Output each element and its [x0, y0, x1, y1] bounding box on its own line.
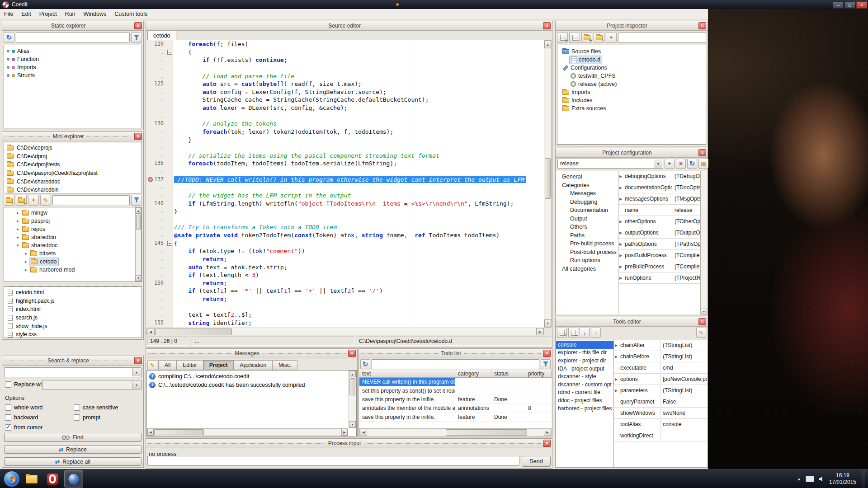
- show-desktop-button[interactable]: [861, 469, 865, 488]
- edit-messages-button[interactable]: ✎: [147, 360, 157, 370]
- symbol-list[interactable]: AliasFunctionImportsStructs: [4, 45, 142, 128]
- property-row[interactable]: showWindowsswoNone: [614, 408, 707, 419]
- todo-row[interactable]: set this property as const() to set it r…: [359, 386, 552, 395]
- tool-property-grid[interactable]: ▶chainAfter(TStringList)▶chainBefore(TSt…: [614, 340, 707, 467]
- code-line[interactable]: . if (text[1] == '*' || text[1] == '+' |…: [146, 287, 544, 295]
- tools-list[interactable]: consoleexplorer - this file direxplorer …: [556, 340, 614, 467]
- taskbar-coedit-button[interactable]: [64, 470, 83, 488]
- property-value[interactable]: cmd: [660, 365, 707, 371]
- file-item[interactable]: cetodo.html: [4, 288, 142, 297]
- tool-item[interactable]: IDA - project output: [556, 365, 613, 373]
- property-row[interactable]: queryParametFalse: [614, 396, 707, 408]
- scrollbar-thumb[interactable]: [446, 429, 527, 436]
- code-line[interactable]: . return;: [146, 295, 544, 303]
- favorite-folder-item[interactable]: C:\Dev\dproj\tests: [4, 160, 142, 169]
- folder-tree-item[interactable]: ▸bitsets: [4, 249, 135, 258]
- expander-icon[interactable]: ▸: [23, 259, 29, 264]
- code-line[interactable]: 145{: [146, 239, 544, 248]
- property-value[interactable]: (TOutputOpts): [672, 230, 701, 236]
- messages-horizontal-scrollbar[interactable]: ◀ ▶: [147, 428, 348, 436]
- favorite-folder-item[interactable]: C:\Dev\shareddoc: [4, 177, 142, 186]
- run-tool-button[interactable]: ✎: [696, 328, 706, 338]
- close-icon[interactable]: ✕: [543, 350, 551, 357]
- property-value[interactable]: False: [660, 399, 707, 405]
- process-input-field[interactable]: [147, 456, 519, 466]
- scroll-down-button[interactable]: ▼: [544, 319, 551, 327]
- code-line[interactable]: .}: [146, 207, 544, 216]
- property-row[interactable]: ▶parameters(TStringList): [614, 385, 707, 396]
- config-category[interactable]: Output: [556, 215, 618, 223]
- scroll-up-button[interactable]: ▲: [544, 41, 551, 48]
- config-category[interactable]: Others: [556, 223, 618, 231]
- scroll-left-button[interactable]: ◀: [147, 429, 154, 436]
- chevron-down-icon[interactable]: ▼: [132, 381, 141, 389]
- todo-rows[interactable]: NEVER call writeln() in this program oth…: [359, 378, 552, 428]
- file-item[interactable]: highlight.pack.js: [4, 297, 142, 305]
- property-row[interactable]: ▶runOptions(TProjectRunO: [618, 272, 701, 284]
- code-line[interactable]: .: [146, 144, 544, 152]
- delete-configuration-button[interactable]: ✕: [676, 159, 686, 169]
- add-tool-button[interactable]: +: [557, 328, 567, 338]
- code-line[interactable]: . // serialize the items using the pasca…: [146, 152, 544, 160]
- code-line[interactable]: . // the widget has the LFM script in th…: [146, 192, 544, 200]
- editor-vertical-scrollbar[interactable]: ▲ ▼: [544, 40, 552, 328]
- menu-item-file[interactable]: File: [0, 9, 17, 19]
- code-line[interactable]: . if (!f.exists) continue;: [146, 56, 544, 64]
- code-line[interactable]: .: [146, 168, 544, 176]
- close-button[interactable]: ✕: [856, 1, 867, 9]
- messages-list[interactable]: icompiling C:\...\cetodo\cetodo.coeditiC…: [146, 370, 357, 436]
- static-explorer-item[interactable]: Imports: [4, 63, 142, 71]
- config-category[interactable]: Messages: [556, 189, 618, 198]
- refresh-button[interactable]: ↻: [360, 359, 370, 369]
- filter-button[interactable]: [131, 195, 142, 206]
- property-row[interactable]: ▶chainBefore(TStringList): [614, 351, 707, 362]
- scroll-up-button[interactable]: ▲: [136, 208, 141, 214]
- taskbar-explorer-button[interactable]: [23, 471, 41, 487]
- scroll-down-button[interactable]: ▼: [701, 309, 707, 314]
- code-line[interactable]: .: [146, 64, 544, 72]
- search-term-combo[interactable]: ▼: [4, 367, 142, 377]
- option-backward[interactable]: backward: [5, 413, 74, 422]
- inspector-filter-input[interactable]: [618, 33, 706, 42]
- property-value[interactable]: (TOtherOpts): [672, 218, 701, 225]
- messages-tab-application[interactable]: Application: [233, 360, 273, 370]
- scroll-left-button[interactable]: ◀: [360, 429, 367, 436]
- fold-icon[interactable]: [167, 50, 172, 55]
- code-line[interactable]: 137 //TODO: NEVER call writeln() in this…: [146, 176, 544, 184]
- folder-tree-item[interactable]: ▸pasproj: [4, 217, 135, 225]
- folder-tree-item[interactable]: ▸sharedbin: [4, 233, 135, 241]
- property-value[interactable]: (TStringList): [660, 387, 707, 394]
- tool-item[interactable]: dscanner - style: [556, 372, 613, 380]
- folder-tree-item[interactable]: ▸cetodo: [4, 258, 135, 266]
- menu-item-project[interactable]: Project: [35, 9, 61, 19]
- code-line[interactable]: 140 if (LfmString.length) writefln("obje…: [146, 200, 544, 208]
- property-row[interactable]: workingDirect: [614, 430, 707, 441]
- checkbox[interactable]: [5, 404, 11, 411]
- property-row[interactable]: ▶debugingOptions(TDebugOpts): [618, 171, 701, 182]
- inspector-item[interactable]: Source files: [557, 47, 706, 56]
- code-line[interactable]: . auto config = LexerConfig(f, StringBeh…: [146, 88, 544, 96]
- filter-button[interactable]: [541, 359, 551, 369]
- todo-row[interactable]: NEVER call writeln() in this program oth…: [359, 378, 552, 386]
- property-value[interactable]: [poNewConsole,poNew: [660, 376, 707, 382]
- close-icon[interactable]: ✕: [134, 22, 142, 29]
- checkbox[interactable]: [74, 404, 80, 411]
- favorite-folder-item[interactable]: C:\Dev\sharedbin: [4, 186, 142, 193]
- close-icon[interactable]: ✕: [698, 318, 706, 325]
- folder-tree-item[interactable]: ▸mingw: [4, 209, 135, 217]
- code-line[interactable]: . StringCache cache = StringCache(String…: [146, 96, 544, 104]
- expander-icon[interactable]: ▶: [618, 174, 625, 178]
- property-value[interactable]: (TCompileProc: [672, 252, 701, 258]
- expander-icon[interactable]: ▶: [618, 186, 625, 190]
- scroll-down-button[interactable]: ▼: [136, 275, 141, 281]
- add-folder-button[interactable]: +: [581, 32, 592, 43]
- replace-button[interactable]: ⇄Replace: [4, 445, 142, 454]
- option-case-sensitive[interactable]: case sensitive: [74, 403, 142, 413]
- replace-all-button[interactable]: ⇄Replace all: [4, 457, 142, 466]
- property-value[interactable]: (TDocOpts): [672, 184, 701, 191]
- static-explorer-item[interactable]: Alias: [4, 47, 142, 55]
- code-line[interactable]: . foreach(tok; lexer) token2TodoItem(tok…: [146, 128, 544, 136]
- tree-scrollbar[interactable]: ▲ ▼: [135, 207, 142, 282]
- code-line[interactable]: . if (atok.type != (tok!"comment")): [146, 247, 544, 255]
- menu-item-run[interactable]: Run: [61, 9, 80, 19]
